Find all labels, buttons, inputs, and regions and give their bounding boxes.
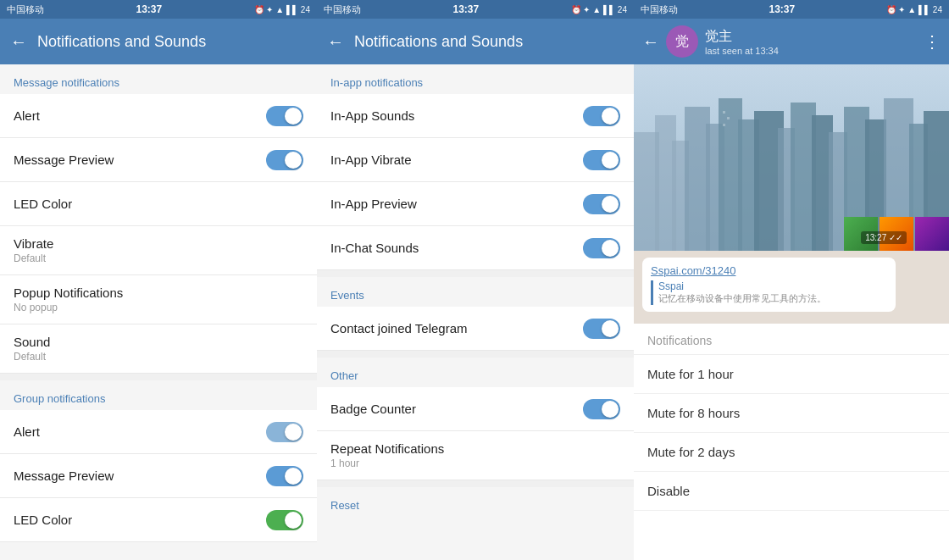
section-header-message: Message notifications [0, 64, 317, 94]
status-bar-2: 中国移动 13:37 ⏰ ✦ ▲ ▌▌ 24 [317, 0, 634, 19]
popup-item-mute-8hours[interactable]: Mute for 8 hours [634, 394, 949, 433]
divider-1 [0, 374, 317, 380]
label-badge-counter: Badge Counter [330, 402, 416, 416]
toggle-badge-counter[interactable] [583, 399, 620, 419]
popup-item-mute-1hour[interactable]: Mute for 1 hour [634, 355, 949, 394]
toggle-in-app-vibrate[interactable] [583, 150, 620, 170]
label-contact-joined: Contact joined Telegram [330, 321, 467, 335]
popup-menu: Notifications Mute for 1 hour Mute for 8… [634, 324, 949, 560]
user-status: last seen at 13:34 [705, 46, 917, 56]
row-led-color[interactable]: LED Color [0, 182, 317, 226]
label-alert: Alert [14, 108, 40, 123]
row-in-app-vibrate: In-App Vibrate [317, 138, 634, 182]
row-sound[interactable]: Sound Default [0, 324, 317, 374]
thumb-purple [915, 217, 949, 251]
row-group-message-preview: Message Preview [0, 454, 317, 498]
content-1: Message notifications Alert Message Prev… [0, 64, 317, 560]
popup-item-disable[interactable]: Disable [634, 472, 949, 511]
popup-header: Notifications [634, 324, 949, 355]
toggle-message-preview[interactable] [266, 150, 303, 170]
sub-vibrate: Default [14, 252, 53, 264]
row-vibrate[interactable]: Vibrate Default [0, 226, 317, 275]
row-popup-notifications[interactable]: Popup Notifications No popup [0, 275, 317, 324]
page-title-2: Notifications and Sounds [354, 33, 624, 51]
content-2: In-app notifications In-App Sounds In-Ap… [317, 64, 634, 560]
divider-4 [317, 480, 634, 487]
toggle-group-led-color[interactable] [266, 510, 303, 530]
sub-popup-notifications: No popup [14, 302, 123, 313]
top-bar-1: ← Notifications and Sounds [0, 19, 317, 64]
status-icons-3: ⏰ ✦ ▲ ▌▌ 24 [886, 5, 942, 14]
row-badge-counter: Badge Counter [317, 387, 634, 431]
svg-rect-19 [727, 117, 730, 119]
chat-top-bar: ← 觉 觉主 last seen at 13:34 ⋮ [634, 19, 949, 64]
panel-1: 中国移动 13:37 ⏰ ✦ ▲ ▌▌ 24 ← Notifications a… [0, 0, 317, 560]
time-2: 13:37 [452, 3, 479, 15]
row-in-app-sounds: In-App Sounds [317, 94, 634, 138]
toggle-group-message-preview[interactable] [266, 466, 303, 486]
label-in-app-vibrate: In-App Vibrate [330, 152, 412, 167]
chat-back-button[interactable]: ← [642, 32, 659, 52]
page-title-1: Notifications and Sounds [37, 33, 307, 51]
label-group-message-preview: Message Preview [14, 469, 114, 483]
label-popup-notifications: Popup Notifications [14, 286, 123, 300]
user-name: 觉主 [705, 28, 917, 46]
toggle-in-app-preview[interactable] [583, 194, 620, 214]
panel-3-chat: 中国移动 13:37 ⏰ ✦ ▲ ▌▌ 24 ← 觉 觉主 last seen … [634, 0, 949, 560]
label-led-color: LED Color [14, 197, 72, 211]
status-bar-1: 中国移动 13:37 ⏰ ✦ ▲ ▌▌ 24 [0, 0, 317, 19]
section-header-reset: Reset [317, 487, 634, 517]
chat-menu-icon[interactable]: ⋮ [924, 31, 941, 52]
chat-bubble-area: Sspai.com/31240 Sspai 记忆在移动设备中使用常见工具的方法。 [634, 251, 949, 324]
sub-sound: Default [14, 351, 50, 363]
label-repeat-notifications: Repeat Notifications [330, 441, 444, 456]
sub-repeat-notifications: 1 hour [330, 457, 444, 469]
chat-link-preview: Sspai 记忆在移动设备中使用常见工具的方法。 [651, 280, 887, 305]
label-in-app-preview: In-App Preview [330, 197, 417, 211]
chat-link-url[interactable]: Sspai.com/31240 [651, 264, 887, 277]
top-bar-2: ← Notifications and Sounds [317, 19, 634, 64]
status-icons-2: ⏰ ✦ ▲ ▌▌ 24 [571, 5, 627, 14]
time-3: 13:37 [769, 3, 795, 15]
time-1: 13:37 [136, 3, 162, 15]
row-group-alert: Alert [0, 410, 317, 454]
avatar: 觉 [666, 25, 698, 58]
divider-3 [317, 351, 634, 358]
section-header-group: Group notifications [0, 380, 317, 410]
chat-timestamp: 13:27 ✓✓ [861, 231, 907, 244]
toggle-contact-joined[interactable] [583, 319, 620, 339]
row-in-chat-sounds: In-Chat Sounds [317, 226, 634, 270]
status-icons-1: ⏰ ✦ ▲ ▌▌ 24 [254, 5, 310, 14]
divider-2 [317, 270, 634, 277]
chat-link-source: Sspai [658, 280, 887, 292]
label-in-app-sounds: In-App Sounds [330, 108, 414, 123]
back-button-1[interactable]: ← [10, 32, 27, 52]
toggle-in-app-sounds[interactable] [583, 106, 620, 126]
svg-rect-20 [723, 124, 725, 126]
label-group-alert: Alert [14, 424, 40, 439]
label-message-preview: Message Preview [14, 152, 114, 167]
chat-link-desc: 记忆在移动设备中使用常见工具的方法。 [658, 292, 887, 305]
label-group-led-color: LED Color [14, 513, 72, 527]
toggle-alert[interactable] [266, 106, 303, 126]
popup-item-mute-2days[interactable]: Mute for 2 days [634, 433, 949, 472]
row-message-preview: Message Preview [0, 138, 317, 182]
user-info: 觉主 last seen at 13:34 [705, 28, 917, 56]
svg-rect-18 [723, 111, 725, 114]
carrier-3: 中国移动 [641, 3, 678, 16]
row-repeat-notifications[interactable]: Repeat Notifications 1 hour [317, 431, 634, 480]
toggle-in-chat-sounds[interactable] [583, 238, 620, 258]
label-sound: Sound [14, 335, 50, 349]
back-button-2[interactable]: ← [327, 32, 344, 52]
section-header-in-app: In-app notifications [317, 64, 634, 94]
row-group-led-color: LED Color [0, 498, 317, 542]
carrier-2: 中国移动 [324, 3, 361, 16]
row-in-app-preview: In-App Preview [317, 182, 634, 226]
chat-image-area: 13:27 ✓✓ [634, 64, 949, 251]
section-header-events: Events [317, 277, 634, 307]
status-bar-3: 中国移动 13:37 ⏰ ✦ ▲ ▌▌ 24 [634, 0, 949, 19]
toggle-group-alert[interactable] [266, 422, 303, 442]
section-header-other: Other [317, 358, 634, 387]
row-contact-joined: Contact joined Telegram [317, 307, 634, 351]
label-in-chat-sounds: In-Chat Sounds [330, 241, 419, 255]
